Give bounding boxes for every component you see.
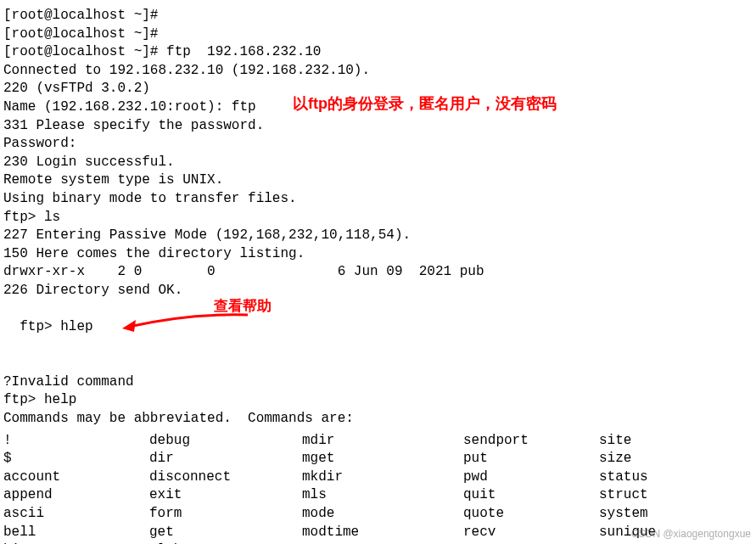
table-row: $dirmgetputsize [3, 450, 756, 468]
cmd-cell: status [599, 468, 701, 487]
terminal-line: ftp> ls [3, 209, 756, 227]
terminal-line: Commands may be abbreviated. Commands ar… [3, 410, 756, 429]
cmd-cell: modtime [302, 524, 463, 542]
cmd-cell: dir [149, 450, 302, 468]
cmd-cell: form [149, 505, 302, 524]
terminal-line: Password: [3, 135, 756, 154]
terminal-line: Remote system type is UNIX. [3, 171, 756, 190]
cmd-cell: get [149, 524, 302, 542]
cmd-cell: debug [149, 432, 302, 451]
annotation-help: 查看帮助 [214, 297, 272, 317]
cmd-cell: put [463, 450, 599, 468]
cmd-cell: quit [463, 486, 599, 505]
table-row: !debugmdirsendportsite [3, 432, 756, 451]
terminal-line: drwxr-xr-x 2 0 0 6 Jun 09 2021 pub [3, 263, 756, 282]
cmd-cell: size [599, 450, 701, 468]
cmd-cell: exit [149, 486, 302, 505]
terminal-line: 230 Login successful. [3, 154, 756, 172]
terminal-line: 226 Directory send OK. [3, 282, 756, 300]
cmd-cell: mls [302, 486, 463, 505]
cmd-cell: pwd [463, 468, 599, 487]
cmd-cell: mkdir [302, 468, 463, 487]
cmd-cell: account [3, 468, 149, 487]
terminal-line: [root@localhost ~]# [3, 7, 756, 25]
table-row: asciiformmodequotesystem [3, 505, 756, 524]
terminal-line: 331 Please specify the password. [3, 117, 756, 136]
cmd-cell: system [599, 505, 701, 524]
watermark: CSDN @xiaogengtongxue [631, 527, 751, 541]
cmd-cell: sendport [463, 432, 599, 451]
cmd-cell: mdir [302, 432, 463, 451]
cmd-cell: quote [463, 505, 599, 524]
hlep-text: ftp> hlep [20, 319, 92, 334]
cmd-cell: ascii [3, 505, 149, 524]
terminal-line: 227 Entering Passive Mode (192,168,232,1… [3, 227, 756, 245]
cmd-cell: mget [302, 450, 463, 468]
cmd-cell: append [3, 486, 149, 505]
terminal-line-hlep: ftp> hlep 查看帮助 [3, 300, 756, 373]
cmd-cell: bell [3, 524, 149, 542]
cmd-cell: site [599, 432, 701, 451]
terminal-line: 150 Here comes the directory listing. [3, 245, 756, 264]
table-row: appendexitmlsquitstruct [3, 486, 756, 505]
terminal-line: [root@localhost ~]# [3, 25, 756, 44]
cmd-cell: ! [3, 432, 149, 451]
annotation-login: 以ftp的身份登录，匿名用户，没有密码 [293, 93, 557, 114]
cmd-cell: mode [302, 505, 463, 524]
terminal-line: ?Invalid command [3, 373, 756, 392]
cmd-cell: struct [599, 486, 701, 505]
terminal-line: Connected to 192.168.232.10 (192.168.232… [3, 62, 756, 81]
terminal-line: [root@localhost ~]# ftp 192.168.232.10 [3, 43, 756, 62]
svg-marker-0 [122, 320, 136, 332]
cmd-cell: $ [3, 450, 149, 468]
terminal-line: ftp> help [3, 391, 756, 410]
table-row: accountdisconnectmkdirpwdstatus [3, 468, 756, 487]
terminal-line: Using binary mode to transfer files. [3, 190, 756, 209]
cmd-cell: disconnect [149, 468, 302, 487]
cmd-cell: recv [463, 524, 599, 542]
